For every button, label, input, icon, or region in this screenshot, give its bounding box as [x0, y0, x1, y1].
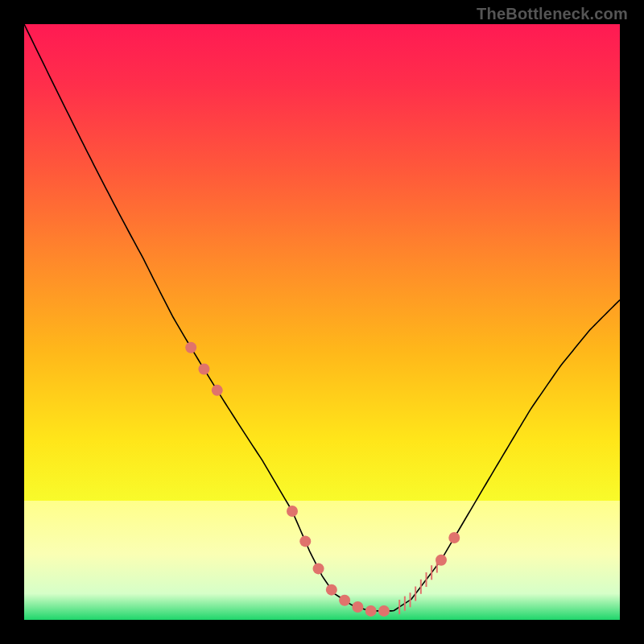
curve-marker-dot: [339, 595, 350, 606]
watermark-text: TheBottleneck.com: [477, 5, 628, 23]
curve-marker-dot: [378, 605, 390, 617]
curve-marker-dot: [352, 601, 363, 613]
curve-marker-dot: [287, 506, 298, 517]
curve-marker-dot: [448, 532, 460, 543]
curve-marker-dot: [299, 535, 311, 547]
gradient-lower-band: [24, 501, 620, 620]
curve-marker-dot: [365, 605, 377, 617]
bottleneck-curve-chart: [24, 24, 620, 620]
curve-marker-dot: [436, 555, 447, 566]
plot-area: [24, 24, 620, 620]
curve-marker-dot: [185, 342, 196, 353]
chart-frame: TheBottleneck.com: [0, 0, 644, 644]
curve-marker-dot: [326, 584, 337, 596]
curve-marker-dot: [198, 364, 209, 375]
curve-marker-dot: [313, 563, 324, 574]
curve-marker-dot: [212, 385, 223, 396]
